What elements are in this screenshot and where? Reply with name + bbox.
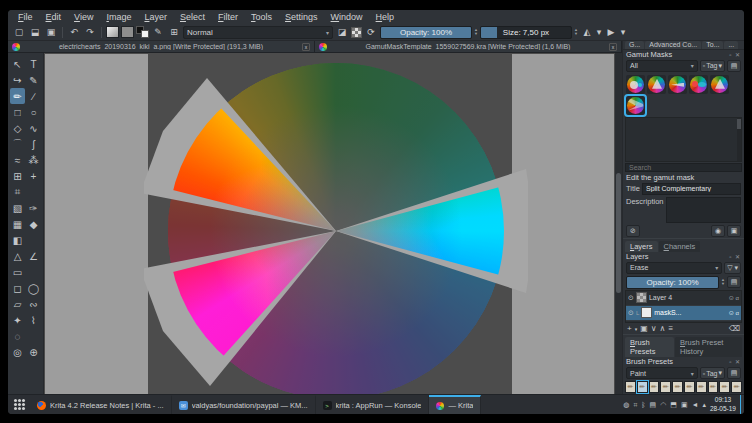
brush-preset-thumb[interactable]: ✏ [684, 381, 695, 393]
elliptical-select-tool[interactable]: ◯ [26, 280, 41, 296]
bluetooth-icon[interactable]: ᛒ [641, 401, 645, 408]
visibility-eye-icon[interactable]: ⊙ [628, 294, 634, 302]
size-slider[interactable]: Size: 7,50 px [480, 26, 572, 39]
mask-title-input[interactable] [642, 183, 741, 195]
task-konsole[interactable]: > krita : AppRun — Konsole [316, 395, 430, 414]
gradient-tool[interactable]: ▧ [10, 200, 25, 216]
transform-tool[interactable]: ⊞ [10, 168, 25, 184]
status-icon[interactable]: ◍ [623, 401, 629, 409]
mask-description-input[interactable] [666, 197, 741, 223]
tab-brush-presets[interactable]: Brush Presets [625, 337, 674, 357]
wifi-icon[interactable]: ◠ [660, 401, 666, 409]
preserve-alpha-icon[interactable] [351, 27, 362, 38]
undo-icon[interactable]: ↶ [67, 26, 81, 39]
search-input[interactable] [625, 163, 742, 172]
brush-filter-select[interactable]: Paint▾ [626, 367, 698, 379]
brush-preset-thumb[interactable]: ✏ [708, 381, 719, 393]
reference-images-tool[interactable]: ▭ [10, 264, 25, 280]
layer-row-maskshapes[interactable]: ⊙ L maskS... ⊙ α [626, 306, 741, 321]
task-firefox[interactable]: Krita 4.2 Release Notes | Krita - ... [30, 395, 172, 414]
text-tool[interactable]: T [26, 56, 41, 72]
color-sampler-tool[interactable]: ✑ [26, 200, 41, 216]
mirror-vertical-icon[interactable]: ▶ [604, 26, 618, 39]
brush-preset-thumb-selected[interactable]: ✏ [637, 381, 648, 393]
save-mask-icon[interactable]: ▣ [727, 225, 741, 237]
open-document-icon[interactable]: ⬓ [28, 26, 42, 39]
clock[interactable]: 09:13 28-05-19 [710, 396, 736, 412]
polygonal-select-tool[interactable]: ▱ [10, 296, 25, 312]
mask-thumb-sliver[interactable] [668, 75, 687, 94]
measure-tool[interactable]: ∠ [26, 248, 41, 264]
app-launcher-icon[interactable] [8, 395, 30, 414]
freehand-brush-tool[interactable]: ✏ [10, 88, 25, 104]
ellipse-tool[interactable]: ○ [26, 104, 41, 120]
bezier-curve-tool[interactable]: ⌒ [10, 136, 25, 152]
mask-thumb-split-complementary[interactable] [626, 96, 645, 115]
opacity-spinner[interactable]: ▲▼ [474, 28, 478, 36]
pan-tool[interactable]: ⊕ [26, 344, 41, 360]
select-shapes-tool[interactable]: ↖ [10, 56, 25, 72]
magnetic-select-tool[interactable]: ◌ [10, 328, 25, 344]
freehand-path-tool[interactable]: ʃ [26, 136, 41, 152]
mask-thumb-triangle[interactable] [647, 75, 666, 94]
gamut-mask-color-wheel[interactable] [168, 63, 504, 394]
layer-opacity-spinner[interactable]: ▲▼ [721, 278, 725, 286]
blend-mode-select[interactable]: Normal ▾ [183, 26, 333, 39]
smart-patch-tool[interactable]: ◆ [26, 216, 41, 232]
tag-button[interactable]: ▫ Tag ▾ [700, 60, 725, 72]
canvas-vertical-scrollbar[interactable] [615, 53, 622, 394]
layer-opacity-slider[interactable]: Opacity: 100% [626, 276, 719, 289]
mask-filter-select[interactable]: All▾ [626, 60, 698, 72]
layer-filter-icon[interactable]: ▽ ▾ [724, 262, 741, 274]
lock-icon[interactable]: ⬒ [670, 401, 677, 409]
preview-mask-icon[interactable]: ◉ [711, 225, 725, 237]
polygon-tool[interactable]: ◇ [10, 120, 25, 136]
move-layer-up-button[interactable]: ∧ [660, 324, 666, 333]
multibrush-tool[interactable]: ⁂ [26, 152, 41, 168]
tag-button[interactable]: ▫ Tag ▾ [700, 367, 725, 379]
size-spinner[interactable]: ▲▼ [574, 28, 578, 36]
add-layer-caret[interactable]: ▾ [635, 326, 638, 332]
workspace-chooser-icon[interactable]: ⊞ [167, 26, 181, 39]
task-kmail[interactable]: ✉ valdyas/foundation/paypal — KM... [172, 395, 316, 414]
tab-overflow[interactable]: ... [724, 41, 738, 49]
menu-filter[interactable]: Filter [212, 11, 244, 23]
canvas-viewport[interactable] [44, 53, 622, 394]
mask-thumb-triangle2[interactable] [710, 75, 729, 94]
list-view-icon[interactable]: ▤ [727, 367, 741, 379]
menu-view[interactable]: View [68, 11, 99, 23]
tab-tool-options[interactable]: To... [702, 41, 723, 49]
reload-preset-icon[interactable]: ⟳ [364, 26, 378, 39]
duplicate-layer-button[interactable]: ▣ [640, 324, 648, 333]
brush-preset-thumb[interactable]: ✏ [660, 381, 671, 393]
edit-shapes-tool[interactable]: ↪ [10, 72, 25, 88]
freehand-select-tool[interactable]: ∾ [26, 296, 41, 312]
volume-icon[interactable]: ◄ [692, 401, 699, 408]
brush-preset-thumb[interactable]: ✏ [625, 381, 636, 393]
menu-window[interactable]: Window [325, 11, 369, 23]
show-desktop-button[interactable] [740, 395, 744, 414]
polyline-tool[interactable]: ∿ [26, 120, 41, 136]
foreground-background-colors[interactable] [136, 26, 149, 38]
clipboard-icon[interactable]: ▣ [681, 401, 688, 409]
docker-float-close-icons[interactable]: ▫ ✕ [729, 358, 741, 365]
docker-float-close-icons[interactable]: ▫ ✕ [729, 51, 741, 58]
visibility-eye-icon[interactable]: ⊙ [628, 309, 634, 317]
zoom-tool[interactable]: ◎ [10, 344, 25, 360]
menu-image[interactable]: Image [100, 11, 137, 23]
share-icon[interactable]: ⌗ [633, 401, 637, 409]
similar-color-select-tool[interactable]: ✦ [10, 312, 25, 328]
save-icon[interactable]: ▣ [44, 26, 58, 39]
brush-preset-thumb[interactable]: ✏ [672, 381, 683, 393]
crop-tool[interactable]: ⌗ [10, 184, 25, 200]
layer-lock-alpha-icons[interactable]: ⊙ α [729, 309, 739, 316]
pattern-edit-tool[interactable]: ▦ [10, 216, 25, 232]
redo-icon[interactable]: ↷ [83, 26, 97, 39]
docker-float-close-icons[interactable]: ▫ ✕ [729, 253, 741, 260]
tab-gamut-masks[interactable]: G... [625, 41, 644, 49]
cancel-edit-icon[interactable]: ⊘ [626, 225, 640, 237]
caret-up-icon[interactable]: ▴ [702, 401, 706, 409]
tab-advanced-color-selector[interactable]: Advanced Co... [645, 41, 701, 49]
layer-row-layer4[interactable]: ⊙ Layer 4 ⊙ α [626, 291, 741, 306]
new-document-icon[interactable]: ▢ [12, 26, 26, 39]
